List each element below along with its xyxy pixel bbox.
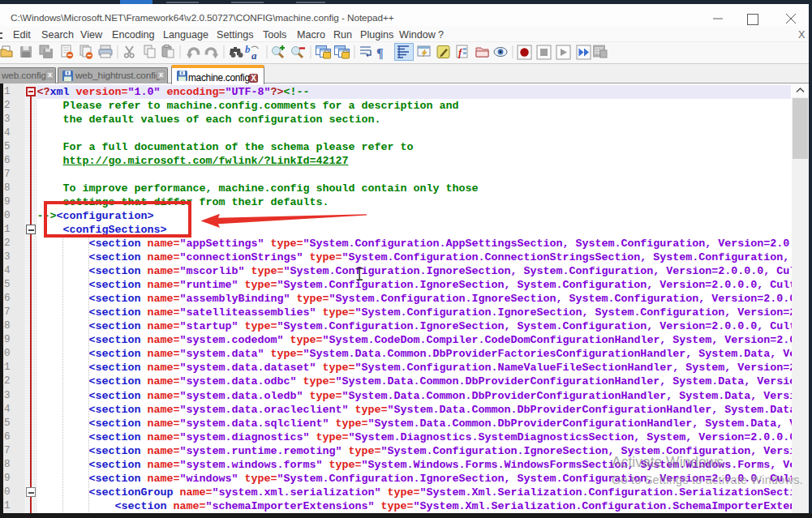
svg-text:b: b [245,43,251,55]
svg-text:a: a [251,49,257,62]
svg-text:¶: ¶ [376,46,384,60]
